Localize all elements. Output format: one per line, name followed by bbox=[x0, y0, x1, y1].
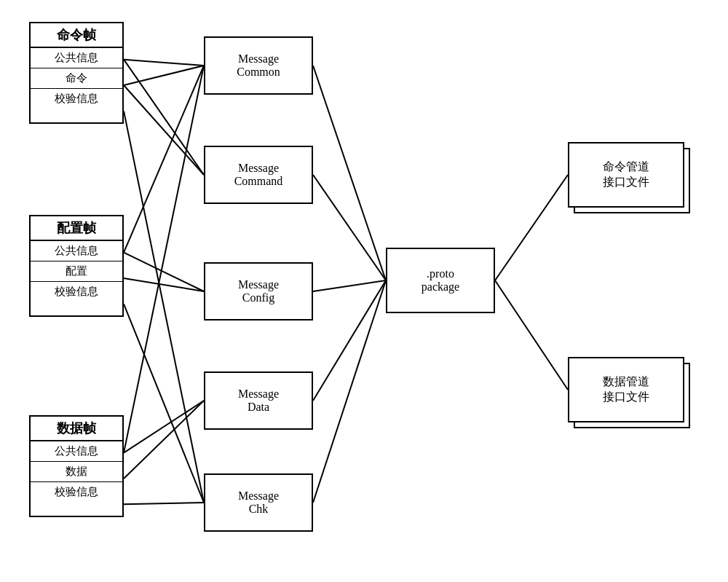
svg-line-1 bbox=[124, 60, 204, 175]
svg-line-9 bbox=[124, 66, 204, 453]
svg-line-15 bbox=[313, 280, 386, 291]
svg-line-14 bbox=[313, 175, 386, 280]
svg-line-6 bbox=[124, 253, 204, 291]
svg-line-12 bbox=[124, 503, 204, 504]
cmd-frame-header: 命令帧 bbox=[31, 23, 122, 48]
msg-config-text: MessageConfig bbox=[238, 278, 279, 304]
cfg-frame: 配置帧公共信息配置校验信息 bbox=[29, 215, 124, 317]
proto-package-text: .protopackage bbox=[422, 267, 459, 294]
cmd-frame-row-2: 校验信息 bbox=[31, 89, 122, 109]
cmd-frame-row-0: 公共信息 bbox=[31, 48, 122, 68]
cmd-pipe-text: 命令管道接口文件 bbox=[603, 160, 649, 190]
svg-line-19 bbox=[495, 280, 568, 390]
diagram: 命令帧公共信息命令校验信息配置帧公共信息配置校验信息数据帧公共信息数据校验信息M… bbox=[0, 0, 728, 582]
svg-line-2 bbox=[124, 66, 204, 85]
svg-line-11 bbox=[124, 401, 204, 479]
data-frame-row-1: 数据 bbox=[31, 462, 122, 482]
svg-line-16 bbox=[313, 280, 386, 401]
cfg-frame-header: 配置帧 bbox=[31, 216, 122, 241]
data-pipe-outer: 数据管道接口文件 bbox=[568, 357, 690, 428]
msg-common: MessageCommon bbox=[204, 36, 313, 95]
data-frame-header: 数据帧 bbox=[31, 417, 122, 441]
cmd-pipe-main: 命令管道接口文件 bbox=[568, 142, 684, 208]
svg-line-3 bbox=[124, 85, 204, 175]
cmd-frame-row-1: 命令 bbox=[31, 68, 122, 89]
msg-chk-text: MessageChk bbox=[238, 489, 279, 516]
data-frame-row-0: 公共信息 bbox=[31, 441, 122, 462]
svg-line-17 bbox=[313, 280, 386, 503]
msg-common-text: MessageCommon bbox=[237, 52, 280, 79]
svg-line-5 bbox=[124, 66, 204, 253]
svg-line-4 bbox=[124, 111, 204, 503]
msg-data: MessageData bbox=[204, 371, 313, 430]
data-pipe-main: 数据管道接口文件 bbox=[568, 357, 684, 422]
svg-line-18 bbox=[495, 175, 568, 280]
data-frame: 数据帧公共信息数据校验信息 bbox=[29, 415, 124, 517]
cmd-frame: 命令帧公共信息命令校验信息 bbox=[29, 22, 124, 124]
data-frame-row-2: 校验信息 bbox=[31, 482, 122, 502]
svg-line-10 bbox=[124, 401, 204, 453]
svg-line-13 bbox=[313, 66, 386, 280]
proto-package: .protopackage bbox=[386, 248, 495, 313]
cfg-frame-row-1: 配置 bbox=[31, 261, 122, 282]
cfg-frame-row-2: 校验信息 bbox=[31, 282, 122, 302]
msg-data-text: MessageData bbox=[238, 388, 279, 414]
msg-chk: MessageChk bbox=[204, 473, 313, 532]
cmd-pipe-outer: 命令管道接口文件 bbox=[568, 142, 690, 213]
msg-command: MessageCommand bbox=[204, 146, 313, 204]
cfg-frame-row-0: 公共信息 bbox=[31, 241, 122, 261]
svg-line-8 bbox=[124, 304, 204, 503]
msg-config: MessageConfig bbox=[204, 262, 313, 321]
svg-line-0 bbox=[124, 60, 204, 66]
msg-command-text: MessageCommand bbox=[234, 162, 283, 188]
svg-line-7 bbox=[124, 278, 204, 291]
data-pipe-text: 数据管道接口文件 bbox=[603, 374, 649, 405]
